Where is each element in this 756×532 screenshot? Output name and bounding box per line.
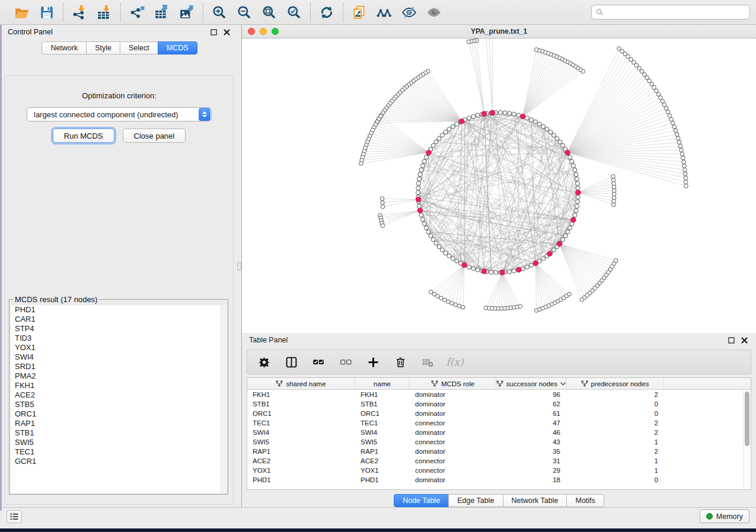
- mcds-result-item[interactable]: CAR1: [11, 315, 227, 324]
- float-table-panel-icon[interactable]: [726, 335, 736, 345]
- table-row[interactable]: TEC1TEC1connector472: [247, 418, 751, 428]
- network-node[interactable]: [548, 130, 553, 134]
- network-node[interactable]: [516, 113, 521, 117]
- network-node[interactable]: [575, 204, 579, 209]
- network-node[interactable]: [671, 121, 675, 125]
- network-node[interactable]: [451, 124, 455, 129]
- network-hub-node[interactable]: [481, 269, 486, 274]
- mcds-result-item[interactable]: SRD1: [11, 362, 227, 371]
- column-header-mcds-role[interactable]: MCDS role: [410, 378, 496, 389]
- network-hub-node[interactable]: [533, 261, 538, 265]
- close-panel-button[interactable]: Close panel: [123, 129, 186, 143]
- panel-splitter[interactable]: [237, 25, 242, 507]
- network-node[interactable]: [537, 122, 541, 126]
- network-node[interactable]: [552, 248, 556, 252]
- network-node[interactable]: [529, 118, 534, 122]
- network-node[interactable]: [575, 177, 579, 181]
- network-node[interactable]: [476, 268, 480, 272]
- network-hub-node[interactable]: [426, 150, 431, 155]
- network-hub-node[interactable]: [416, 197, 420, 202]
- network-node[interactable]: [676, 136, 680, 140]
- network-node[interactable]: [455, 259, 459, 263]
- network-node[interactable]: [422, 222, 426, 226]
- network-node[interactable]: [568, 155, 572, 159]
- column-header-name[interactable]: name: [355, 378, 410, 389]
- network-node[interactable]: [457, 304, 461, 308]
- tab-select[interactable]: Select: [120, 41, 158, 55]
- network-node[interactable]: [574, 172, 578, 177]
- network-node[interactable]: [508, 270, 512, 274]
- network-node[interactable]: [508, 111, 512, 116]
- hide-selected-button[interactable]: [401, 4, 417, 21]
- table-tab-motifs[interactable]: Motifs: [566, 494, 604, 507]
- network-node[interactable]: [417, 204, 421, 209]
- mcds-result-item[interactable]: RAP1: [11, 419, 227, 428]
- network-node[interactable]: [381, 205, 385, 209]
- first-neighbors-button[interactable]: [376, 4, 393, 21]
- network-node[interactable]: [512, 112, 516, 116]
- table-row[interactable]: RAP1RAP1dominator352: [247, 447, 751, 456]
- optimization-criterion-select[interactable]: largest connected component (undirected): [27, 107, 212, 121]
- network-node[interactable]: [450, 302, 454, 306]
- network-node[interactable]: [471, 267, 476, 271]
- network-hub-node[interactable]: [571, 217, 576, 222]
- new-network-from-selection-button[interactable]: [351, 4, 368, 21]
- network-node[interactable]: [680, 148, 684, 152]
- network-node[interactable]: [476, 113, 480, 117]
- mcds-result-item[interactable]: STB1: [11, 428, 227, 438]
- network-node[interactable]: [558, 140, 562, 144]
- mcds-list-scrollbar[interactable]: [221, 305, 227, 493]
- mcds-result-item[interactable]: PHD1: [11, 305, 227, 315]
- network-node[interactable]: [467, 116, 471, 120]
- network-node[interactable]: [512, 269, 516, 273]
- network-node[interactable]: [669, 117, 674, 121]
- network-node[interactable]: [525, 116, 529, 120]
- table-row[interactable]: STB1STB1dominator620: [247, 399, 751, 409]
- network-node[interactable]: [461, 305, 465, 309]
- export-image-button[interactable]: [178, 4, 195, 21]
- network-node[interactable]: [617, 47, 621, 51]
- network-node[interactable]: [574, 209, 578, 213]
- network-hub-node[interactable]: [500, 270, 505, 275]
- unselect-all-columns-button[interactable]: [339, 355, 353, 369]
- refresh-view-button[interactable]: [318, 4, 335, 21]
- network-node[interactable]: [683, 168, 687, 172]
- mcds-result-item[interactable]: TEC1: [11, 447, 227, 457]
- network-hub-node[interactable]: [547, 251, 552, 256]
- network-node[interactable]: [431, 238, 435, 242]
- column-header-shared-name[interactable]: shared name: [247, 378, 355, 389]
- mcds-result-item[interactable]: ACE2: [11, 390, 227, 400]
- export-network-button[interactable]: [129, 4, 145, 21]
- table-mode-button[interactable]: [257, 355, 271, 369]
- network-hub-node[interactable]: [481, 111, 486, 116]
- tab-style[interactable]: Style: [86, 41, 120, 55]
- table-tab-network-table[interactable]: Network Table: [503, 494, 567, 507]
- network-node[interactable]: [684, 180, 688, 184]
- network-node[interactable]: [420, 217, 425, 222]
- network-node[interactable]: [573, 213, 577, 217]
- network-node[interactable]: [418, 172, 422, 177]
- network-node[interactable]: [440, 248, 444, 252]
- network-node[interactable]: [440, 133, 444, 137]
- network-node[interactable]: [682, 160, 686, 164]
- network-node[interactable]: [419, 168, 423, 172]
- network-node[interactable]: [429, 233, 433, 238]
- float-panel-icon[interactable]: [209, 27, 218, 37]
- network-node[interactable]: [489, 270, 493, 274]
- network-node[interactable]: [567, 292, 572, 296]
- network-node[interactable]: [664, 107, 668, 111]
- network-node[interactable]: [678, 144, 682, 148]
- network-node[interactable]: [417, 177, 421, 181]
- network-node[interactable]: [666, 110, 670, 114]
- network-node[interactable]: [529, 263, 534, 267]
- table-scrollbar[interactable]: [743, 390, 750, 489]
- network-canvas[interactable]: [242, 39, 756, 333]
- network-node[interactable]: [541, 257, 546, 261]
- run-mcds-button[interactable]: Run MCDS: [53, 129, 114, 143]
- create-column-button[interactable]: [366, 355, 380, 369]
- network-node[interactable]: [426, 230, 430, 234]
- network-node[interactable]: [683, 172, 687, 176]
- column-header-predecessor-nodes[interactable]: predecessor nodes: [566, 378, 664, 389]
- network-node[interactable]: [451, 257, 455, 261]
- network-node[interactable]: [467, 40, 471, 44]
